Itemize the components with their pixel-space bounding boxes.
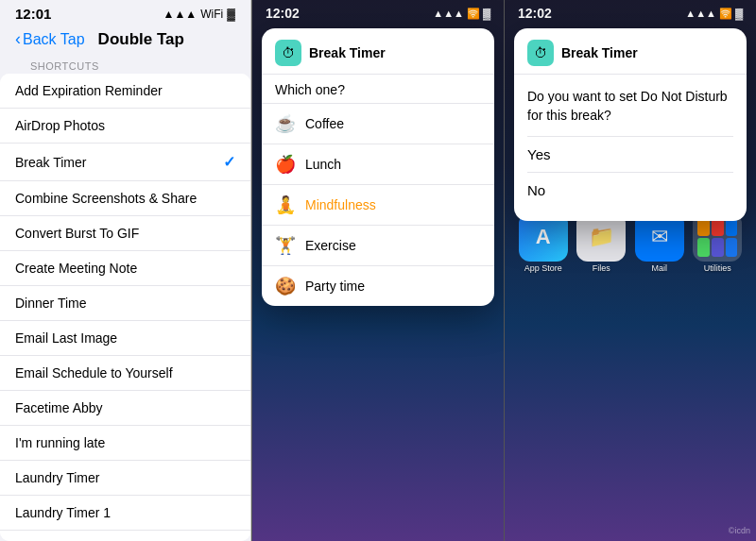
timer-icon: ⏱ bbox=[282, 45, 295, 60]
break-timer-app-icon: ⏱ bbox=[275, 40, 301, 66]
signal-icon-p2: ▲▲▲ bbox=[433, 8, 464, 19]
modal-item-coffee[interactable]: ☕ Coffee bbox=[262, 103, 494, 144]
dnd-app-name: Break Timer bbox=[561, 45, 638, 60]
status-bar-panel1: 12:01 ▲▲▲ WiFi ▓ bbox=[0, 0, 250, 25]
shortcut-item[interactable]: Convert Burst To GIF bbox=[0, 216, 250, 251]
shortcut-item[interactable]: Dinner Time bbox=[0, 286, 250, 321]
party-label: Party time bbox=[305, 279, 365, 294]
watermark: ©icdn bbox=[729, 526, 750, 535]
wifi-icon: WiFi bbox=[200, 8, 223, 21]
battery-icon-p3: ▓ bbox=[735, 8, 743, 19]
battery-icon-p2: ▓ bbox=[483, 8, 490, 19]
modal-app-name: Break Timer bbox=[309, 45, 386, 60]
shortcut-name: Create Meeting Note bbox=[15, 261, 137, 276]
battery-icon: ▓ bbox=[227, 8, 235, 21]
shortcut-name: AirDrop Photos bbox=[15, 118, 105, 133]
phone-icons-p2: ▲▲▲ 🛜 ▓ bbox=[433, 8, 490, 20]
page-title: Double Tap bbox=[98, 30, 184, 49]
status-icons-p1: ▲▲▲ WiFi ▓ bbox=[163, 8, 235, 21]
timer-icon-dnd: ⏱ bbox=[534, 45, 547, 60]
shortcut-name: Facetime Abby bbox=[15, 400, 103, 415]
exercise-label: Exercise bbox=[305, 238, 356, 253]
wifi-icon-p3: 🛜 bbox=[719, 8, 732, 20]
modal-item-mindfulness[interactable]: 🧘 Mindfulness bbox=[262, 184, 494, 225]
section-header: SHORTCUTS bbox=[0, 57, 250, 74]
shortcut-name: Laundry Timer bbox=[15, 470, 99, 485]
shortcut-item[interactable]: Laundry Timer 1 bbox=[0, 496, 250, 531]
modal-question: Which one? bbox=[262, 75, 494, 103]
coffee-icon: ☕ bbox=[275, 113, 296, 134]
shortcut-item[interactable]: Break Timer ✓ bbox=[0, 144, 250, 181]
phone-icons-p3: ▲▲▲ 🛜 ▓ bbox=[685, 8, 743, 20]
signal-icon-p3: ▲▲▲ bbox=[685, 8, 716, 19]
shortcut-name: Laundry Timer 1 bbox=[15, 505, 111, 520]
shortcut-name: Convert Burst To GIF bbox=[15, 226, 139, 241]
status-bar-p2: 12:02 ▲▲▲ 🛜 ▓ bbox=[252, 0, 504, 23]
shortcut-item[interactable]: Email Schedule to Yourself bbox=[0, 356, 250, 391]
coffee-label: Coffee bbox=[305, 116, 344, 131]
signal-icon: ▲▲▲ bbox=[163, 8, 198, 21]
dnd-modal: ⏱ Break Timer Do you want to set Do Not … bbox=[514, 28, 747, 221]
back-button[interactable]: ‹ Back Tap bbox=[15, 29, 85, 49]
exercise-icon: 🏋 bbox=[275, 235, 296, 256]
shortcut-item[interactable]: Add Expiration Reminder bbox=[0, 74, 250, 109]
shortcut-item[interactable]: Email Last Image bbox=[0, 321, 250, 356]
modal-item-exercise[interactable]: 🏋 Exercise bbox=[262, 225, 494, 265]
settings-panel: 12:01 ▲▲▲ WiFi ▓ ‹ Back Tap Double Tap S… bbox=[0, 0, 251, 541]
break-timer-icon-dnd: ⏱ bbox=[527, 40, 554, 66]
status-bar-p3: 12:02 ▲▲▲ 🛜 ▓ bbox=[505, 0, 756, 23]
dnd-modal-header: ⏱ Break Timer bbox=[514, 28, 747, 75]
phone-time-p3: 12:02 bbox=[518, 6, 552, 21]
dnd-yes-option[interactable]: Yes bbox=[527, 136, 733, 172]
shortcut-item[interactable]: Laundry Timer bbox=[0, 461, 250, 496]
phone-panel-2: 12:02 ▲▲▲ 🛜 ▓ Suggestions 📷 Instagram in… bbox=[252, 0, 504, 541]
phone-panel-3: 12:02 ▲▲▲ 🛜 ▓ Suggestions 📷 Instagram in… bbox=[505, 0, 756, 541]
dnd-question: Do you want to set Do Not Disturb for th… bbox=[527, 88, 733, 125]
shortcut-name: I'm running late bbox=[15, 435, 105, 450]
status-time-p1: 12:01 bbox=[15, 6, 51, 22]
shortcut-item[interactable]: I'm running late bbox=[0, 426, 250, 461]
dnd-body: Do you want to set Do Not Disturb for th… bbox=[514, 75, 747, 221]
modal-item-lunch[interactable]: 🍎 Lunch bbox=[262, 144, 494, 184]
phone-time-p2: 12:02 bbox=[266, 6, 300, 21]
dnd-no-option[interactable]: No bbox=[527, 172, 733, 208]
modal-item-party[interactable]: 🍪 Party time bbox=[262, 265, 494, 306]
modal-header: ⏱ Break Timer bbox=[262, 28, 494, 75]
shortcut-name: Dinner Time bbox=[15, 296, 86, 311]
wifi-icon-p2: 🛜 bbox=[467, 8, 480, 20]
back-chevron-icon: ‹ bbox=[15, 29, 21, 49]
shortcut-item[interactable]: Combine Screenshots & Share bbox=[0, 181, 250, 216]
break-timer-modal: ⏱ Break Timer Which one? ☕ Coffee 🍎 Lunc… bbox=[262, 28, 494, 306]
shortcut-name: Email Last Image bbox=[15, 330, 117, 346]
back-label: Back Tap bbox=[23, 31, 85, 48]
shortcut-name: Combine Screenshots & Share bbox=[15, 191, 197, 206]
mindfulness-label: Mindfulness bbox=[305, 197, 376, 212]
section-label: SHORTCUTS bbox=[15, 53, 114, 76]
shortcut-name: Add Expiration Reminder bbox=[15, 83, 163, 98]
party-icon: 🍪 bbox=[275, 276, 296, 296]
lunch-icon: 🍎 bbox=[275, 154, 296, 175]
shortcut-item[interactable]: Facetime Abby bbox=[0, 391, 250, 426]
mindfulness-icon: 🧘 bbox=[275, 194, 296, 215]
shortcut-item[interactable]: AirDrop Photos bbox=[0, 109, 250, 144]
shortcut-name: Email Schedule to Yourself bbox=[15, 365, 173, 380]
shortcut-item[interactable]: Create Meeting Note bbox=[0, 251, 250, 286]
shortcuts-list: Add Expiration Reminder AirDrop Photos B… bbox=[0, 74, 250, 541]
shortcut-name: Break Timer bbox=[15, 155, 86, 170]
checkmark-icon: ✓ bbox=[223, 153, 235, 171]
shortcut-item[interactable]: Log Water bbox=[0, 531, 250, 541]
lunch-label: Lunch bbox=[305, 157, 341, 172]
